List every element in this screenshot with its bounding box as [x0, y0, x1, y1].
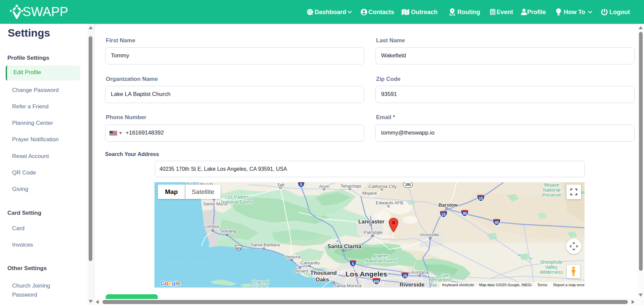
svg-text:Palmdale: Palmdale — [364, 230, 382, 235]
svg-text:Google: Google — [160, 280, 180, 287]
svg-text:Arvin: Arvin — [319, 184, 329, 189]
svg-text:Preserve: Preserve — [542, 192, 561, 198]
svg-text:Oxnard: Oxnard — [293, 268, 308, 273]
svg-text:Los Padres: Los Padres — [225, 194, 249, 200]
svg-text:Sheephole: Sheephole — [540, 259, 563, 265]
svg-text:Keyboard shortcuts: Keyboard shortcuts — [442, 283, 474, 287]
svg-text:Bernardino: Bernardino — [429, 277, 452, 283]
svg-text:395: 395 — [405, 183, 411, 187]
svg-text:101: 101 — [236, 247, 241, 250]
svg-text:Mojave: Mojave — [544, 182, 559, 188]
svg-text:Riverside: Riverside — [400, 282, 424, 288]
svg-text:Oaks: Oaks — [316, 276, 329, 283]
svg-text:Santa Barbara: Santa Barbara — [250, 242, 280, 247]
svg-text:National Forest: National Forest — [365, 258, 397, 263]
svg-text:Wilderness: Wilderness — [540, 269, 563, 275]
svg-text:Mojave: Mojave — [362, 191, 377, 196]
svg-text:Valley: Valley — [545, 264, 557, 270]
svg-text:Ventura: Ventura — [285, 254, 301, 259]
svg-text:5: 5 — [352, 262, 354, 266]
svg-text:Taft: Taft — [277, 183, 284, 188]
svg-text:Terms: Terms — [537, 283, 547, 287]
svg-text:Report a map error: Report a map error — [553, 283, 585, 287]
svg-text:Santa Clarita: Santa Clarita — [327, 243, 362, 249]
svg-text:Map data ©2025 Google, INEGI: Map data ©2025 Google, INEGI — [479, 283, 532, 287]
svg-text:Tehachapi: Tehachapi — [340, 184, 361, 189]
svg-text:Na: Na — [431, 282, 437, 288]
svg-text:Channel: Channel — [251, 279, 269, 285]
svg-text:Angeles: Angeles — [372, 253, 389, 258]
svg-text:Camarillo: Camarillo — [301, 260, 320, 265]
svg-text:Edwards AFB: Edwards AFB — [376, 200, 403, 205]
svg-text:California City: California City — [368, 184, 397, 189]
svg-text:15: 15 — [479, 196, 483, 200]
svg-text:Mojave: Mojave — [581, 190, 585, 195]
svg-text:Islands: Islands — [253, 285, 268, 288]
svg-text:40: 40 — [463, 211, 467, 215]
svg-text:15: 15 — [442, 212, 446, 216]
svg-text:10: 10 — [403, 274, 407, 278]
svg-text:605: 605 — [374, 280, 379, 284]
svg-text:National: National — [543, 187, 560, 193]
svg-text:Victorville: Victorville — [420, 232, 439, 237]
svg-text:Fontana: Fontana — [412, 270, 429, 275]
svg-text:Los Angeles: Los Angeles — [346, 270, 387, 278]
svg-text:Santa Monica: Santa Monica — [334, 283, 362, 288]
svg-text:Solvang: Solvang — [220, 228, 236, 234]
svg-text:40: 40 — [495, 220, 499, 224]
svg-text:5: 5 — [300, 183, 302, 187]
svg-text:Lancaster: Lancaster — [358, 218, 385, 224]
svg-text:Lompoc: Lompoc — [204, 224, 220, 229]
svg-text:National Forest: National Forest — [221, 199, 253, 205]
svg-text:Thousand: Thousand — [310, 270, 337, 276]
svg-text:Barstow: Barstow — [439, 202, 458, 208]
